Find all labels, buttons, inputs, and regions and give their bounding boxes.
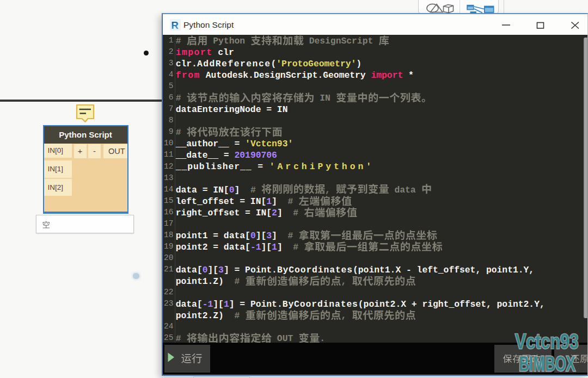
svg-text:Vctcn93: Vctcn93 <box>515 330 579 352</box>
svg-text:BIMBOX: BIMBOX <box>519 352 575 375</box>
svg-text:R: R <box>171 20 178 31</box>
